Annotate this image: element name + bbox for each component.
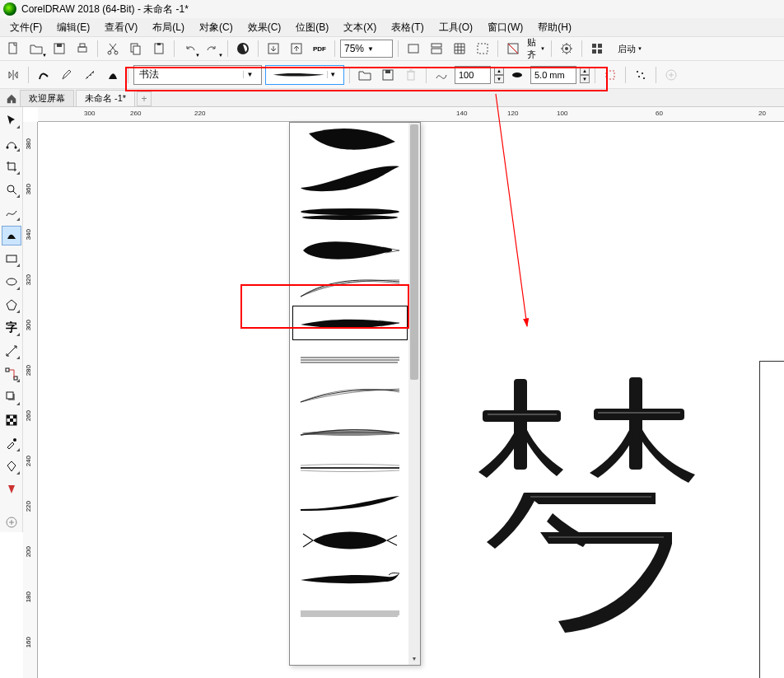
horizontal-ruler[interactable]: 300 260 220 140 120 100 60 20 — [38, 107, 784, 122]
new-tab-button[interactable]: + — [137, 91, 152, 106]
menu-window[interactable]: 窗口(W) — [481, 19, 530, 36]
bounding-box-button[interactable] — [600, 65, 620, 85]
brush-option-13[interactable] — [292, 559, 408, 594]
save-brush-button[interactable] — [378, 65, 398, 85]
brush-list-scrollbar[interactable]: ▲ ▼ — [408, 123, 420, 665]
text-tool[interactable]: 字 — [2, 318, 21, 338]
category-combo[interactable]: 书法▼ — [133, 65, 262, 85]
parallel-dimension-tool[interactable] — [2, 341, 21, 361]
menu-help[interactable]: 帮助(H) — [531, 19, 578, 36]
brush-option-8[interactable] — [292, 378, 408, 413]
freehand-tool[interactable] — [2, 203, 21, 222]
preset-stroke-button[interactable] — [34, 65, 54, 85]
redo-button[interactable]: ▼ — [203, 39, 222, 58]
brush-option-1[interactable] — [292, 124, 408, 159]
menu-bitmap[interactable]: 位图(B) — [289, 19, 335, 36]
scroll-thumb[interactable] — [410, 124, 418, 380]
menu-effect[interactable]: 效果(C) — [241, 19, 288, 36]
browse-button[interactable] — [355, 65, 375, 85]
brush-stroke-dropdown-list[interactable]: ▲ ▼ — [289, 122, 421, 666]
vertical-ruler[interactable]: 380 360 340 320 300 280 260 240 220 200 … — [23, 122, 38, 678]
snap-dropdown[interactable]: 贴齐▼ — [526, 39, 546, 58]
menu-layout[interactable]: 布局(L) — [146, 19, 191, 36]
sprayer-button[interactable] — [80, 65, 100, 85]
publish-pdf-button[interactable]: PDF — [310, 39, 329, 58]
connector-tool[interactable] — [2, 364, 21, 384]
welcome-tab[interactable]: 欢迎屏幕 — [20, 90, 74, 106]
undo-button[interactable]: ▼ — [180, 39, 199, 58]
artistic-media-tool[interactable] — [2, 226, 21, 245]
menu-edit[interactable]: 编辑(E) — [50, 19, 96, 36]
fullscreen-button[interactable] — [404, 39, 423, 58]
export-button[interactable] — [287, 39, 306, 58]
brush-tool-button[interactable] — [57, 65, 77, 85]
crop-tool[interactable] — [2, 157, 21, 176]
smoothing-spinner[interactable]: ▲▼ — [494, 67, 504, 83]
brush-option-9[interactable] — [292, 414, 408, 449]
menu-tools[interactable]: 工具(O) — [432, 19, 479, 36]
menu-table[interactable]: 表格(T) — [385, 19, 430, 36]
zoom-combo[interactable]: 75%▼ — [340, 40, 393, 58]
rectangle-tool[interactable] — [2, 249, 21, 269]
cut-button[interactable] — [103, 39, 123, 58]
eyedropper-tool[interactable] — [2, 433, 21, 453]
canvas-artwork[interactable] — [466, 369, 730, 633]
expand-toolbox-button[interactable] — [2, 512, 21, 532]
brush-option-5[interactable] — [292, 269, 408, 304]
snap-off-button[interactable] — [503, 39, 523, 58]
pick-tool[interactable] — [2, 110, 21, 130]
brush-option-14[interactable] — [292, 596, 408, 630]
brush-option-3[interactable] — [292, 197, 408, 231]
interactive-fill-tool[interactable] — [2, 456, 21, 476]
scatter-button[interactable] — [631, 65, 651, 85]
smart-fill-tool[interactable] — [2, 479, 21, 499]
drop-shadow-tool[interactable] — [2, 387, 21, 407]
show-rulers-button[interactable] — [427, 39, 446, 58]
brush-stroke-combo[interactable]: ▼ — [265, 65, 344, 85]
add-preset-button[interactable] — [661, 65, 681, 85]
ellipse-tool[interactable] — [2, 272, 21, 292]
brush-option-2[interactable] — [292, 161, 408, 195]
zoom-tool[interactable] — [2, 180, 21, 199]
polygon-tool[interactable] — [2, 295, 21, 315]
home-tab-icon[interactable] — [3, 91, 20, 106]
mirror-h-button[interactable] — [3, 65, 23, 85]
standard-toolbar: ▼ ▼ ▼ PDF 75%▼ 贴齐▼ 启动▼ — [0, 36, 784, 61]
menu-view[interactable]: 查看(V) — [98, 19, 144, 36]
app-launcher-button[interactable] — [587, 39, 607, 58]
copy-button[interactable] — [126, 39, 146, 58]
brush-option-12[interactable] — [292, 523, 408, 558]
paste-button[interactable] — [149, 39, 169, 58]
svg-rect-14 — [408, 44, 418, 53]
delete-brush-button[interactable] — [401, 65, 421, 85]
show-grid-button[interactable] — [450, 39, 469, 58]
options-button[interactable] — [557, 39, 576, 58]
print-button[interactable] — [72, 39, 92, 58]
import-button[interactable] — [264, 39, 283, 58]
brush-option-4[interactable] — [292, 233, 408, 268]
shape-tool[interactable] — [2, 133, 21, 153]
brush-option-7[interactable] — [292, 342, 408, 376]
smoothing-field[interactable]: 100 — [455, 66, 491, 84]
brush-option-10[interactable] — [292, 451, 408, 485]
search-button[interactable] — [233, 39, 253, 58]
width-field[interactable]: 5.0 mm — [530, 66, 576, 84]
scroll-down-icon[interactable]: ▼ — [410, 656, 418, 664]
document-tab[interactable]: 未命名 -1* — [76, 90, 135, 106]
transparency-tool[interactable] — [2, 410, 21, 430]
svg-rect-62 — [629, 377, 642, 470]
calligraphic-button[interactable] — [103, 65, 123, 85]
save-button[interactable] — [49, 39, 69, 58]
svg-point-34 — [637, 71, 638, 72]
brush-option-6-selected[interactable] — [292, 306, 408, 340]
launch-dropdown[interactable]: 启动▼ — [610, 39, 650, 58]
brush-option-11[interactable] — [292, 487, 408, 521]
document-canvas[interactable]: ▲ ▼ — [38, 122, 784, 678]
menu-object[interactable]: 对象(C) — [193, 19, 240, 36]
show-guides-button[interactable] — [473, 39, 492, 58]
width-spinner[interactable]: ▲▼ — [580, 67, 590, 83]
new-button[interactable] — [3, 39, 23, 58]
menu-file[interactable]: 文件(F) — [3, 19, 49, 36]
open-button[interactable]: ▼ — [26, 39, 46, 58]
menu-text[interactable]: 文本(X) — [337, 19, 383, 36]
